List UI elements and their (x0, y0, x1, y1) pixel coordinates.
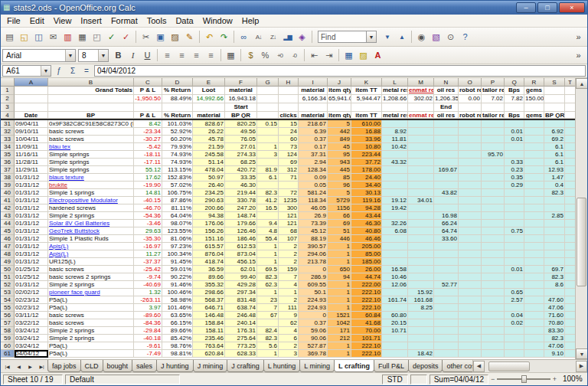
cell[interactable]: 02/02/12 (15, 289, 48, 296)
cell[interactable]: 02/23/12 (15, 296, 48, 304)
row-header-56[interactable]: 56 (1, 312, 15, 319)
cell[interactable]: 0 (299, 312, 328, 319)
cell[interactable]: -5.42 (134, 143, 162, 151)
cell[interactable]: 73 (279, 143, 299, 151)
cell[interactable] (459, 335, 482, 342)
cell[interactable]: Electropositive Modulator (48, 197, 134, 204)
formula-equals-icon[interactable]: = (80, 65, 93, 77)
cell[interactable]: 106.75% (162, 189, 193, 197)
cell[interactable]: 33.96 (351, 136, 382, 143)
column-header-n[interactable]: N (434, 78, 459, 87)
percent-format-icon[interactable]: % (258, 48, 273, 63)
cell[interactable]: 646.71 (193, 304, 225, 312)
cell[interactable]: 1 (328, 296, 351, 304)
cell[interactable]: 47.06 (544, 342, 565, 350)
cell[interactable] (565, 250, 575, 258)
cell[interactable]: 01/31/12 (15, 220, 48, 227)
zoom-slider[interactable]: − + (491, 375, 557, 383)
cell[interactable]: 1521 (328, 312, 351, 319)
row-header-2[interactable]: 2 (1, 95, 15, 103)
row-header-58[interactable]: 58 (1, 327, 15, 335)
cell[interactable] (279, 103, 299, 112)
chevron-down-icon[interactable]: ▼ (41, 66, 51, 76)
menu-file[interactable]: File (2, 15, 25, 26)
cell[interactable]: BP (48, 112, 134, 119)
cell[interactable]: 01/25/12 (15, 266, 48, 273)
cell[interactable]: 5 (328, 120, 351, 128)
cell[interactable] (459, 312, 482, 319)
cell[interactable] (408, 220, 434, 227)
cell[interactable]: 3.97 (134, 304, 162, 312)
background-color-icon[interactable]: ▨ (356, 48, 371, 63)
cell[interactable] (459, 212, 482, 220)
cell[interactable]: -9.61 (134, 342, 162, 350)
cell[interactable]: P & L (134, 112, 162, 119)
cell[interactable]: BP QR (225, 112, 257, 119)
cell[interactable] (524, 273, 544, 281)
cell[interactable]: 34.40 (351, 182, 382, 189)
cell[interactable] (482, 120, 505, 128)
cell[interactable]: 1 (328, 250, 351, 258)
cell[interactable]: 5.6 (257, 342, 279, 350)
scroll-down-icon[interactable]: ▼ (576, 348, 587, 359)
cell[interactable]: 1156 (328, 204, 351, 212)
cell[interactable] (408, 258, 434, 266)
cell[interactable]: 6.1 (257, 174, 279, 182)
cell[interactable]: P & L (134, 87, 162, 95)
cell-reference-box[interactable]: A61 ▼ (2, 65, 51, 77)
cell[interactable]: -40.15 (134, 197, 162, 204)
cell[interactable]: 650 (328, 266, 351, 273)
cell[interactable] (482, 342, 505, 350)
cell[interactable]: 0.01 (505, 136, 524, 143)
cell[interactable]: 176.31 (225, 327, 257, 335)
cell[interactable] (524, 103, 544, 112)
cell[interactable]: -23.34 (134, 128, 162, 136)
cell[interactable]: 9 (279, 312, 299, 319)
cell[interactable] (505, 143, 524, 151)
cell[interactable]: 37.72 (351, 159, 382, 166)
cell[interactable]: 156.26 (193, 227, 225, 235)
cell[interactable] (482, 296, 505, 304)
cell[interactable]: 121 (279, 212, 299, 220)
cell[interactable]: 71.60 (544, 312, 565, 319)
column-header-t[interactable]: T (565, 78, 575, 87)
find-input[interactable] (318, 31, 367, 43)
cell[interactable] (408, 327, 434, 335)
cell[interactable] (459, 128, 482, 136)
cell[interactable]: 59.01% (162, 266, 193, 273)
cell[interactable] (505, 335, 524, 342)
cell[interactable]: Bps (505, 87, 524, 95)
cell[interactable]: 218.67 (299, 120, 328, 128)
cell[interactable]: 1 (328, 281, 351, 289)
cell[interactable]: 0.65 (505, 289, 524, 296)
vertical-scroll-thumb[interactable] (577, 198, 586, 286)
cell[interactable]: UR125(L) (48, 258, 134, 266)
zoom-slider-track[interactable] (497, 378, 550, 380)
cell[interactable]: 820.25 (225, 120, 257, 128)
cell[interactable]: 1 (328, 304, 351, 312)
zoom-in-icon[interactable]: + (553, 375, 557, 383)
cell[interactable] (565, 95, 575, 103)
menu-help[interactable]: Help (237, 15, 264, 26)
cell[interactable] (408, 250, 434, 258)
cell[interactable]: 94.28 (351, 204, 382, 212)
cell[interactable]: 65,941.00 (328, 95, 351, 103)
cell[interactable]: 620.84 (193, 350, 225, 358)
cell[interactable]: 0.17 (299, 143, 328, 151)
cell[interactable]: 224.93 (299, 296, 328, 304)
chart-icon[interactable]: ▂▆ (280, 30, 295, 44)
cell[interactable] (434, 143, 459, 151)
sheet-tab-j-hunting[interactable]: J hunting (156, 360, 194, 372)
row-header-47[interactable]: 47 (1, 243, 15, 250)
cell[interactable] (279, 182, 299, 189)
sum-icon[interactable]: Σ (67, 65, 79, 77)
cell[interactable]: 151.16 (193, 235, 225, 243)
cell[interactable] (408, 143, 434, 151)
cell[interactable]: 01/31/12 (15, 174, 48, 182)
cell[interactable] (257, 128, 279, 136)
cell[interactable]: 429.28 (225, 281, 257, 289)
cell[interactable] (459, 304, 482, 312)
row-header-61[interactable]: 61 (1, 350, 15, 358)
cell[interactable] (459, 289, 482, 296)
cell[interactable]: 369.78 (299, 350, 328, 358)
